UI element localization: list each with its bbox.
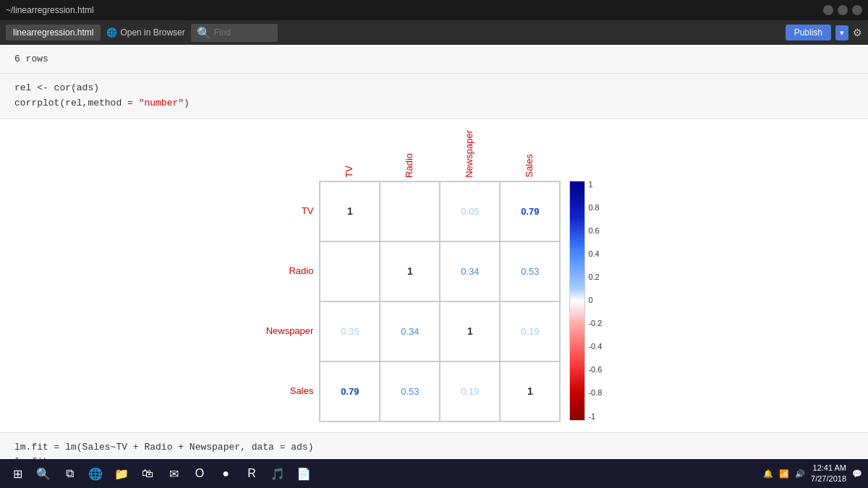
- bottom-code-section: lm.fit = lm(Sales~TV + Radio + Newspaper…: [0, 432, 868, 459]
- code-line-2: corrplot(rel,method = "number"): [14, 96, 854, 111]
- date-display: 7/27/2018: [811, 474, 846, 484]
- scale-label-02: 0.2: [588, 273, 602, 281]
- matrix-wrapper: TV Radio Newspaper Sales: [319, 127, 561, 422]
- toolbar-left: linearregression.html 🌐 Open in Browser …: [6, 24, 278, 42]
- scale-label-1: 1: [588, 181, 602, 189]
- toolbar-right: Publish ▾ ⚙: [786, 25, 862, 40]
- task-view-button[interactable]: ⧉: [58, 462, 81, 485]
- close-button[interactable]: [852, 5, 862, 15]
- code-section: rel <- cor(ads) corrplot(rel,method = "n…: [0, 74, 868, 119]
- scale-label-06: 0.6: [588, 227, 602, 235]
- find-input[interactable]: [214, 27, 272, 38]
- start-button[interactable]: ⊞: [6, 462, 29, 485]
- cell-newspaper-newspaper: 1: [440, 301, 500, 361]
- code-line-1: rel <- cor(ads): [14, 81, 854, 96]
- cell-sales-tv: 0.79: [320, 361, 380, 421]
- cell-sales-radio: 0.53: [380, 361, 440, 421]
- browser-icon: 🌐: [106, 27, 117, 38]
- cell-newspaper-radio: 0.34: [380, 301, 440, 361]
- scale-label-neg06: -0.6: [588, 366, 602, 374]
- cell-sales-sales: 1: [500, 361, 560, 421]
- col-header-tv: TV: [319, 127, 379, 181]
- acrobat-icon[interactable]: 📄: [292, 462, 315, 485]
- open-browser-button[interactable]: 🌐 Open in Browser: [106, 27, 184, 38]
- opera-icon[interactable]: O: [188, 462, 211, 485]
- scale-label-08: 0.8: [588, 204, 602, 212]
- file-tab[interactable]: linearregression.html: [6, 25, 101, 40]
- taskbar-notification-center[interactable]: 💬: [852, 469, 862, 479]
- toolbar: linearregression.html 🌐 Open in Browser …: [0, 20, 868, 45]
- taskbar-notification-icon: 🔔: [763, 469, 773, 479]
- taskbar-network-icon: 📶: [779, 469, 789, 479]
- cell-radio-newspaper: 0.34: [440, 241, 500, 301]
- title-bar: ~/linearregression.html: [0, 0, 868, 20]
- scale-bar-wrapper: 1 0.8 0.6 0.4 0.2 0 -0.2 -0.4 -0.6 -0.8 …: [569, 181, 602, 421]
- cell-radio-tv: [320, 241, 380, 301]
- row-label-radio: Radio: [289, 241, 319, 301]
- taskbar-left: ⊞ 🔍 ⧉ 🌐 📁 🛍 ✉ O ● R 🎵 📄: [6, 462, 315, 485]
- media-icon[interactable]: 🎵: [266, 462, 289, 485]
- title-filename: ~/linearregression.html: [6, 5, 94, 15]
- file-explorer-icon[interactable]: 📁: [110, 462, 133, 485]
- search-taskbar-button[interactable]: 🔍: [32, 462, 55, 485]
- maximize-button[interactable]: [838, 5, 848, 15]
- scale-label-neg02: -0.2: [588, 320, 602, 328]
- col-headers: TV Radio Newspaper Sales: [319, 127, 561, 181]
- find-box: 🔍: [191, 24, 278, 42]
- bottom-code-line-1: lm.fit = lm(Sales~TV + Radio + Newspaper…: [14, 440, 854, 455]
- taskbar-volume-icon: 🔊: [795, 469, 805, 479]
- scale-label-neg1: -1: [588, 413, 602, 421]
- cell-newspaper-sales: 0.19: [500, 301, 560, 361]
- scale-bar-container: 1 0.8 0.6 0.4 0.2 0 -0.2 -0.4 -0.6 -0.8 …: [569, 127, 602, 421]
- settings-icon[interactable]: ⚙: [853, 27, 862, 38]
- row-label-tv: TV: [302, 181, 320, 241]
- store-icon[interactable]: 🛍: [136, 462, 159, 485]
- main-content: 6 rows rel <- cor(ads) corrplot(rel,meth…: [0, 45, 868, 459]
- chrome-icon[interactable]: ●: [214, 462, 237, 485]
- cell-tv-tv: 1: [320, 181, 380, 241]
- row-labels: TV Radio Newspaper Sales: [266, 127, 320, 421]
- col-header-sales: Sales: [499, 127, 559, 181]
- unknown-icon-1[interactable]: R: [240, 462, 263, 485]
- row-label-sales: Sales: [290, 361, 320, 421]
- cell-sales-newspaper: 0.19: [440, 361, 500, 421]
- taskbar-right: 🔔 📶 🔊 12:41 AM 7/27/2018 💬: [763, 463, 862, 485]
- correlation-matrix: 1 0.05 0.79 1: [319, 181, 561, 422]
- cell-radio-sales: 0.53: [500, 241, 560, 301]
- scale-labels: 1 0.8 0.6 0.4 0.2 0 -0.2 -0.4 -0.6 -0.8 …: [585, 181, 602, 421]
- plot-container: TV Radio Newspaper Sales TV Radio Newspa…: [266, 127, 603, 422]
- time-display: 12:41 AM: [811, 463, 846, 474]
- taskbar-time: 12:41 AM 7/27/2018: [811, 463, 846, 485]
- publish-button[interactable]: Publish: [786, 25, 831, 40]
- cell-tv-newspaper: 0.05: [440, 181, 500, 241]
- scale-label-04: 0.4: [588, 250, 602, 258]
- taskbar: ⊞ 🔍 ⧉ 🌐 📁 🛍 ✉ O ● R 🎵 📄 🔔 📶 🔊 12:41 AM 7…: [0, 459, 868, 488]
- title-bar-controls: [823, 5, 862, 15]
- plot-section: TV Radio Newspaper Sales TV Radio Newspa…: [0, 119, 868, 429]
- color-scale-bar: [569, 181, 585, 421]
- rows-output: 6 rows: [14, 53, 854, 64]
- output-section: 6 rows: [0, 45, 868, 74]
- col-header-newspaper: Newspaper: [439, 127, 499, 181]
- mail-icon[interactable]: ✉: [162, 462, 185, 485]
- cell-tv-radio: [380, 181, 440, 241]
- scale-label-neg08: -0.8: [588, 389, 602, 397]
- scale-label-0: 0: [588, 296, 602, 304]
- scale-label-neg04: -0.4: [588, 343, 602, 351]
- col-header-radio: Radio: [379, 127, 439, 181]
- title-bar-left: ~/linearregression.html: [6, 5, 94, 15]
- cell-radio-radio: 1: [380, 241, 440, 301]
- search-icon: 🔍: [197, 26, 211, 40]
- edge-browser-icon[interactable]: 🌐: [84, 462, 107, 485]
- row-label-newspaper: Newspaper: [266, 301, 320, 361]
- minimize-button[interactable]: [823, 5, 833, 15]
- cell-tv-sales: 0.79: [500, 181, 560, 241]
- publish-dropdown-button[interactable]: ▾: [835, 25, 848, 40]
- cell-newspaper-tv: 0.35: [320, 301, 380, 361]
